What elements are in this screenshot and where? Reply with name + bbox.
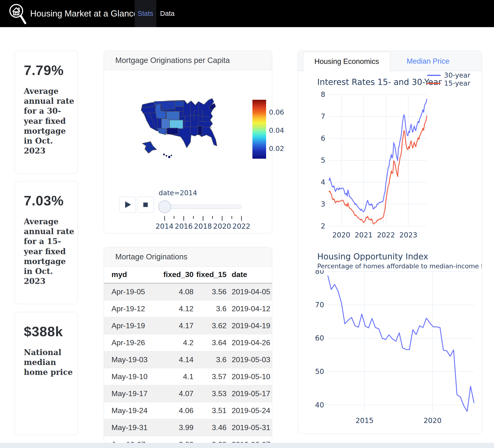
- cell-fixed_15: 3.57: [194, 368, 226, 385]
- cell-fixed_15: 3.46: [194, 419, 226, 436]
- slider-date-label: date=2014: [159, 189, 197, 197]
- svg-text:2020: 2020: [332, 231, 350, 239]
- cell-date: 2019-05-10: [226, 368, 272, 385]
- cell-fixed_30: 4.14: [163, 351, 194, 368]
- cell-myd: May-19-10: [104, 368, 163, 385]
- svg-text:2015: 2015: [356, 416, 374, 425]
- table-row: Apr-19-054.083.562019-04-05: [104, 283, 272, 300]
- table-row: Jun-19-073.823.282019-06-07: [104, 436, 272, 443]
- table-row: Apr-19-264.23.642019-04-26: [104, 334, 272, 351]
- svg-text:4: 4: [321, 178, 325, 186]
- stat-desc-15yr: Average annual rate for a 15-year fixed …: [24, 217, 74, 286]
- colorbar-tick-label: 0.06: [269, 108, 295, 116]
- stat-desc-median-price: National median home price: [24, 347, 74, 377]
- house-magnifier-logo-icon: [8, 2, 27, 26]
- cell-date: 2019-05-17: [226, 385, 272, 402]
- state-arizona: [157, 128, 166, 135]
- slider-major-tick: [164, 216, 165, 221]
- svg-text:2: 2: [321, 222, 325, 230]
- cell-date: 2019-04-12: [226, 300, 272, 317]
- date-slider-track[interactable]: [160, 205, 242, 209]
- bottom-strip: [0, 443, 494, 448]
- svg-text:60: 60: [315, 334, 324, 342]
- table-card: Mortage Originations mydfixed_30fixed_15…: [104, 247, 272, 443]
- svg-text:5: 5: [321, 156, 325, 164]
- app-title: Housing Market at a Glance: [30, 0, 138, 27]
- cell-myd: Apr-19-26: [104, 334, 163, 351]
- colorbar-tick-label: 0.02: [269, 144, 295, 153]
- svg-text:3: 3: [321, 200, 325, 208]
- table-row: May-19-174.073.532019-05-17: [104, 385, 272, 402]
- slider-minor-tick: [193, 216, 194, 219]
- cell-myd: Apr-19-12: [104, 300, 163, 317]
- slider-tick-label: 2014: [154, 222, 175, 230]
- stat-desc-30yr: Average annual rate for a 30-year fixed …: [24, 86, 74, 156]
- state-new-mexico: [167, 128, 178, 134]
- svg-text:6: 6: [321, 134, 325, 142]
- play-button[interactable]: [119, 197, 136, 213]
- cell-fixed_15: 3.51: [194, 402, 226, 419]
- map-card: Mortgage Originations per Capita: [104, 51, 272, 233]
- tab-housing-economics[interactable]: Housing Economics: [303, 52, 390, 71]
- legend-item-15-year[interactable]: 15-year: [427, 79, 470, 87]
- slider-minor-tick: [212, 216, 213, 219]
- us-choropleth-map[interactable]: [138, 97, 249, 165]
- table-row: May-19-104.13.572019-05-10: [104, 368, 272, 385]
- housing-opportunity-chart: 40 50 60 70 8020152020: [298, 270, 482, 434]
- nav-tab-data[interactable]: Data: [157, 0, 178, 27]
- cell-myd: Apr-19-19: [104, 317, 163, 334]
- table-row: Apr-19-194.173.622019-04-19: [104, 317, 272, 334]
- cell-date: 2019-04-26: [226, 334, 272, 351]
- nav-tab-stats[interactable]: Stats: [135, 0, 156, 27]
- svg-text:2021: 2021: [355, 231, 373, 239]
- cell-fixed_30: 4.17: [163, 317, 194, 334]
- svg-text:2022: 2022: [377, 231, 395, 239]
- stop-button[interactable]: [137, 197, 154, 213]
- hoi-chart-title: Housing Opportunity Index: [317, 252, 428, 261]
- legend-label: 15-year: [444, 79, 470, 87]
- svg-text:2023: 2023: [399, 231, 417, 239]
- cell-fixed_15: 3.6: [194, 351, 226, 368]
- state-colorado: [170, 120, 183, 129]
- slider-tick-label: 2022: [231, 222, 252, 230]
- legend-item-30-year[interactable]: 30-year: [427, 71, 470, 79]
- svg-text:7: 7: [321, 112, 325, 120]
- cell-fixed_30: 4.1: [163, 368, 194, 385]
- stat-card-30yr: 7.79% Average annual rate for a 30-year …: [15, 51, 78, 174]
- stat-value-15yr: 7.03%: [24, 193, 64, 208]
- colorbar-tick-label: 0.04: [269, 126, 295, 134]
- table-row: May-19-244.063.512019-05-24: [104, 402, 272, 419]
- svg-text:40: 40: [315, 401, 324, 409]
- cell-myd: Apr-19-05: [104, 283, 163, 300]
- svg-text:2020: 2020: [423, 416, 442, 425]
- svg-text:80: 80: [315, 270, 324, 275]
- svg-text:50: 50: [315, 367, 324, 376]
- slider-minor-tick: [174, 216, 174, 219]
- legend-line-swatch: [427, 75, 441, 76]
- cell-fixed_30: 3.82: [163, 436, 194, 443]
- table-row: Apr-19-124.123.62019-04-12: [104, 300, 272, 317]
- cell-date: 2019-06-07: [226, 436, 272, 443]
- tab-median-price[interactable]: Median Price: [390, 52, 466, 71]
- cell-fixed_15: 3.62: [194, 317, 226, 334]
- table-header-row: mydfixed_30fixed_15date: [104, 266, 272, 283]
- slider-major-tick: [241, 216, 242, 221]
- cell-fixed_15: 3.53: [194, 385, 226, 402]
- table-row: May-19-313.993.462019-05-31: [104, 419, 272, 436]
- page: Housing Market at a Glance Stats Data 7.…: [0, 0, 494, 448]
- column-header-myd: myd: [104, 266, 163, 283]
- interest-chart-legend: 30-year15-year: [427, 71, 470, 87]
- cell-date: 2019-04-19: [226, 317, 272, 334]
- charts-card: Housing Economics Median Price Interest …: [298, 51, 482, 434]
- charts-tabstrip: Housing Economics Median Price: [298, 51, 482, 71]
- stat-card-median-price: $388k National median home price: [15, 312, 78, 435]
- legend-label: 30-year: [444, 71, 470, 79]
- cell-fixed_30: 4.06: [163, 402, 194, 419]
- column-header-fixed_30: fixed_30: [163, 266, 194, 283]
- date-slider-handle[interactable]: [158, 200, 171, 213]
- cell-myd: Jun-19-07: [104, 436, 163, 443]
- map-card-header: Mortgage Originations per Capita: [104, 51, 272, 70]
- interest-rates-chart: 2 3 4 5 6 7 82020202120222023: [298, 86, 482, 251]
- cell-fixed_15: 3.28: [194, 436, 226, 443]
- cell-fixed_30: 4.07: [163, 385, 194, 402]
